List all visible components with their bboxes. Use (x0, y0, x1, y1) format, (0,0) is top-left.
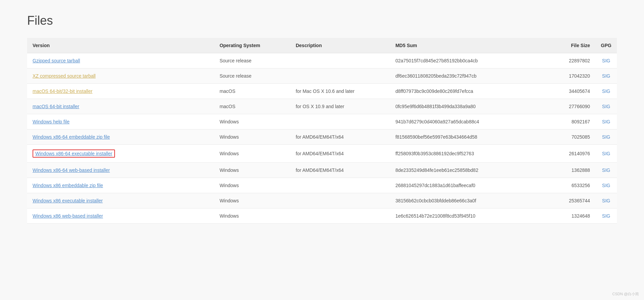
version-cell[interactable]: Gzipped source tarball (27, 53, 214, 68)
table-row: macOS 64-bit/32-bit installermacOSfor Ma… (27, 84, 617, 99)
version-cell[interactable]: Windows x86-64 executable installer (27, 145, 214, 163)
column-header-md5-sum: MD5 Sum (390, 38, 543, 53)
description-cell (290, 114, 390, 129)
version-link[interactable]: Windows x86 embeddable zip file (33, 183, 103, 188)
description-cell (290, 193, 390, 208)
md5-cell: d8ff07973bc9c009de80c269fd7efcca (390, 84, 543, 99)
column-header-gpg: GPG (596, 38, 617, 53)
table-row: Windows x86 embeddable zip fileWindows26… (27, 178, 617, 193)
size-cell: 1362888 (543, 163, 596, 178)
table-row: Windows x86 web-based installerWindows1e… (27, 208, 617, 224)
description-cell: for AMD64/EM64T/x64 (290, 163, 390, 178)
page-title: Files (27, 14, 617, 28)
md5-cell: 26881045297dc1883a1d61baffeecaf0 (390, 178, 543, 193)
description-cell (290, 53, 390, 68)
size-cell: 22897802 (543, 53, 596, 68)
os-cell: Source release (214, 53, 290, 68)
gpg-cell[interactable]: SIG (596, 178, 617, 193)
gpg-cell[interactable]: SIG (596, 145, 617, 163)
sig-link[interactable]: SIG (602, 183, 610, 188)
version-link[interactable]: Gzipped source tarball (33, 58, 80, 63)
version-link[interactable]: Windows x86-64 executable installer (33, 149, 115, 158)
sig-link[interactable]: SIG (602, 213, 610, 219)
md5-cell: 941b7d6279c0d4060a927a65dcab88c4 (390, 114, 543, 129)
gpg-cell[interactable]: SIG (596, 114, 617, 129)
os-cell: macOS (214, 99, 290, 114)
size-cell: 8092167 (543, 114, 596, 129)
table-row: Windows x86 executable installerWindows3… (27, 193, 617, 208)
sig-link[interactable]: SIG (602, 88, 610, 94)
version-link[interactable]: XZ compressed source tarball (33, 73, 96, 79)
version-link[interactable]: Windows x86-64 embeddable zip file (33, 134, 110, 140)
version-cell[interactable]: Windows x86 embeddable zip file (27, 178, 214, 193)
os-cell: Windows (214, 129, 290, 145)
description-cell (290, 178, 390, 193)
os-cell: Windows (214, 114, 290, 129)
column-header-file-size: File Size (543, 38, 596, 53)
gpg-cell[interactable]: SIG (596, 84, 617, 99)
sig-link[interactable]: SIG (602, 198, 610, 203)
description-cell: for Mac OS X 10.6 and later (290, 84, 390, 99)
column-header-version: Version (27, 38, 214, 53)
version-cell[interactable]: macOS 64-bit installer (27, 99, 214, 114)
version-cell[interactable]: Windows x86-64 embeddable zip file (27, 129, 214, 145)
table-row: Windows x86-64 embeddable zip fileWindow… (27, 129, 617, 145)
gpg-cell[interactable]: SIG (596, 129, 617, 145)
os-cell: Windows (214, 145, 290, 163)
md5-cell: 8de2335249d84fe1eeb61ec25858bd82 (390, 163, 543, 178)
table-row: Windows help fileWindows941b7d6279c0d406… (27, 114, 617, 129)
version-cell[interactable]: Windows x86 web-based installer (27, 208, 214, 224)
size-cell: 17042320 (543, 68, 596, 84)
size-cell: 1324648 (543, 208, 596, 224)
gpg-cell[interactable]: SIG (596, 208, 617, 224)
version-cell[interactable]: XZ compressed source tarball (27, 68, 214, 84)
gpg-cell[interactable]: SIG (596, 193, 617, 208)
version-cell[interactable]: Windows help file (27, 114, 214, 129)
os-cell: Windows (214, 193, 290, 208)
description-cell: for AMD64/EM64T/x64 (290, 129, 390, 145)
size-cell: 26140976 (543, 145, 596, 163)
version-link[interactable]: macOS 64-bit installer (33, 104, 79, 109)
gpg-cell[interactable]: SIG (596, 68, 617, 84)
sig-link[interactable]: SIG (602, 151, 610, 156)
os-cell: Windows (214, 163, 290, 178)
sig-link[interactable]: SIG (602, 104, 610, 109)
gpg-cell[interactable]: SIG (596, 163, 617, 178)
column-header-operating-system: Operating System (214, 38, 290, 53)
version-cell[interactable]: Windows x86 executable installer (27, 193, 214, 208)
md5-cell: 0fc95e9f6d6b4881f3b499da338a9a80 (390, 99, 543, 114)
os-cell: Source release (214, 68, 290, 84)
watermark: CSDN @白小简 (612, 292, 639, 297)
sig-link[interactable]: SIG (602, 58, 610, 63)
md5-cell: 1e6c626514b72e21008f8cd53f945f10 (390, 208, 543, 224)
md5-cell: df6ec36011808205beda239c72f947cb (390, 68, 543, 84)
size-cell: 7025085 (543, 129, 596, 145)
md5-cell: f81568590bef56e5997e63b434664d58 (390, 129, 543, 145)
version-cell[interactable]: Windows x86-64 web-based installer (27, 163, 214, 178)
gpg-cell[interactable]: SIG (596, 53, 617, 68)
size-cell: 27766090 (543, 99, 596, 114)
version-link[interactable]: macOS 64-bit/32-bit installer (33, 88, 93, 94)
table-row: Windows x86-64 executable installerWindo… (27, 145, 617, 163)
version-link[interactable]: Windows help file (33, 119, 70, 124)
gpg-cell[interactable]: SIG (596, 99, 617, 114)
table-row: Windows x86-64 web-based installerWindow… (27, 163, 617, 178)
md5-cell: ff258093f0b3953c886192dec9f52763 (390, 145, 543, 163)
version-link[interactable]: Windows x86 executable installer (33, 198, 103, 203)
sig-link[interactable]: SIG (602, 73, 610, 79)
sig-link[interactable]: SIG (602, 167, 610, 173)
os-cell: macOS (214, 84, 290, 99)
sig-link[interactable]: SIG (602, 119, 610, 124)
version-link[interactable]: Windows x86 web-based installer (33, 213, 103, 219)
description-cell (290, 68, 390, 84)
md5-cell: 02a75015f7cd845e27b85192bb0ca4cb (390, 53, 543, 68)
size-cell: 25365744 (543, 193, 596, 208)
table-row: XZ compressed source tarballSource relea… (27, 68, 617, 84)
size-cell: 6533256 (543, 178, 596, 193)
version-link[interactable]: Windows x86-64 web-based installer (33, 167, 110, 173)
sig-link[interactable]: SIG (602, 134, 610, 140)
files-table: VersionOperating SystemDescriptionMD5 Su… (27, 38, 617, 224)
table-header-row: VersionOperating SystemDescriptionMD5 Su… (27, 38, 617, 53)
version-cell[interactable]: macOS 64-bit/32-bit installer (27, 84, 214, 99)
description-cell: for AMD64/EM64T/x64 (290, 145, 390, 163)
